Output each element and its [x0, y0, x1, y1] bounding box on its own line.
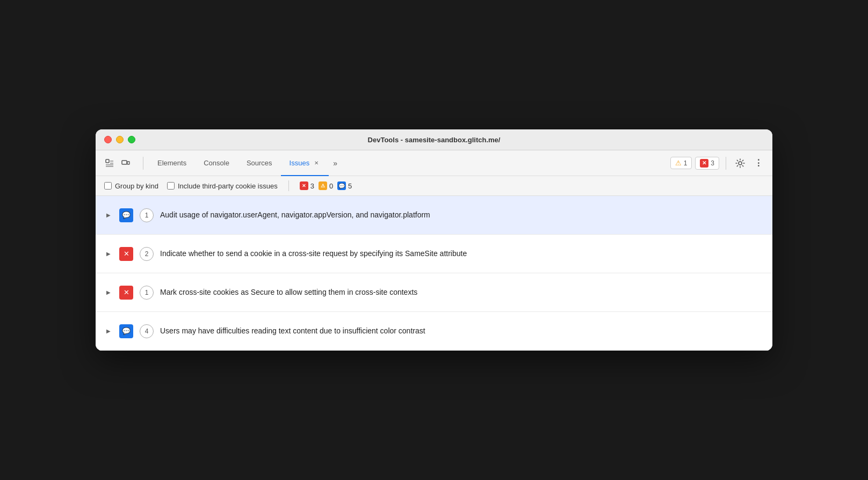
- toolbar-icons: [102, 156, 133, 171]
- svg-point-3: [739, 162, 742, 165]
- window-title: DevTools - samesite-sandbox.glitch.me/: [368, 136, 501, 144]
- tab-issues[interactable]: Issues ✕: [281, 150, 329, 176]
- issue-type-icon-1: 💬: [119, 208, 133, 222]
- error-count-icon: ✕: [300, 181, 308, 190]
- maximize-button[interactable]: [128, 136, 135, 143]
- issue-text-2: Indicate whether to send a cookie in a c…: [160, 248, 762, 259]
- issue-type-icon-2: ✕: [119, 247, 133, 261]
- warning-icon: ⚠: [675, 159, 682, 167]
- gear-icon: [735, 158, 745, 168]
- issue-row-2[interactable]: ▶ ✕ 2 Indicate whether to send a cookie …: [96, 235, 772, 273]
- minimize-button[interactable]: [116, 136, 124, 143]
- issues-list: ▶ 💬 1 Audit usage of navigator.userAgent…: [96, 196, 772, 351]
- error-count-badge: ✕ 3: [300, 181, 314, 190]
- filter-divider: [288, 180, 289, 191]
- toolbar-right: ⚠ 1 ✕ 3 ⋮: [670, 156, 766, 171]
- tab-list: Elements Console Sources Issues ✕ »: [149, 150, 668, 176]
- toolbar-right-divider: [726, 157, 726, 170]
- svg-rect-0: [106, 159, 109, 163]
- third-party-checkbox[interactable]: Include third-party cookie issues: [167, 182, 278, 190]
- inspect-icon: [105, 159, 114, 168]
- expand-arrow-2: ▶: [106, 251, 113, 257]
- error-x-icon: ✕: [700, 159, 708, 168]
- tab-close-issues[interactable]: ✕: [313, 159, 320, 167]
- expand-arrow-1: ▶: [106, 212, 113, 218]
- group-by-kind-input[interactable]: [104, 182, 112, 190]
- expand-arrow-4: ▶: [106, 328, 113, 334]
- issue-row-4[interactable]: ▶ 💬 4 Users may have difficulties readin…: [96, 312, 772, 351]
- filter-bar: Group by kind Include third-party cookie…: [96, 176, 772, 196]
- title-bar: DevTools - samesite-sandbox.glitch.me/: [96, 129, 772, 150]
- svg-rect-2: [127, 162, 129, 164]
- expand-arrow-3: ▶: [106, 289, 113, 295]
- device-toggle-button[interactable]: [118, 156, 133, 171]
- more-tabs-button[interactable]: »: [329, 159, 342, 168]
- settings-button[interactable]: [733, 156, 748, 171]
- warning-count-icon: ⚠: [319, 181, 327, 190]
- warning-count-badge: ⚠ 0: [319, 181, 333, 190]
- warning-badge-button[interactable]: ⚠ 1: [670, 157, 692, 169]
- issue-type-icon-3: ✕: [119, 286, 133, 300]
- issue-type-icon-4: 💬: [119, 324, 133, 338]
- issue-row-3[interactable]: ▶ ✕ 1 Mark cross-site cookies as Secure …: [96, 273, 772, 312]
- issue-count-3: 1: [140, 286, 154, 300]
- devtools-window: DevTools - samesite-sandbox.glitch.me/ E…: [96, 129, 772, 351]
- info-count-badge: 💬 5: [337, 181, 352, 190]
- filter-counts: ✕ 3 ⚠ 0 💬 5: [300, 181, 352, 190]
- third-party-input[interactable]: [167, 182, 175, 190]
- close-button[interactable]: [104, 136, 112, 143]
- tab-elements[interactable]: Elements: [149, 150, 195, 176]
- issue-row-1[interactable]: ▶ 💬 1 Audit usage of navigator.userAgent…: [96, 196, 772, 235]
- tab-console[interactable]: Console: [195, 150, 238, 176]
- device-icon: [121, 159, 130, 168]
- issue-text-4: Users may have difficulties reading text…: [160, 325, 762, 337]
- traffic-lights: [104, 136, 135, 143]
- error-badge-button[interactable]: ✕ 3: [695, 157, 719, 170]
- issue-count-4: 4: [140, 324, 154, 338]
- group-by-kind-checkbox[interactable]: Group by kind: [104, 182, 158, 190]
- issue-text-3: Mark cross-site cookies as Secure to all…: [160, 287, 762, 298]
- tab-sources[interactable]: Sources: [238, 150, 281, 176]
- toolbar-divider: [143, 157, 143, 170]
- issue-count-2: 2: [140, 247, 154, 261]
- issue-count-1: 1: [140, 208, 154, 222]
- info-count-icon: 💬: [337, 181, 346, 190]
- toolbar: Elements Console Sources Issues ✕ » ⚠ 1 …: [96, 150, 772, 176]
- issue-text-1: Audit usage of navigator.userAgent, navi…: [160, 209, 762, 221]
- svg-rect-1: [122, 161, 127, 164]
- inspect-button[interactable]: [102, 156, 117, 171]
- more-options-button[interactable]: ⋮: [751, 156, 766, 171]
